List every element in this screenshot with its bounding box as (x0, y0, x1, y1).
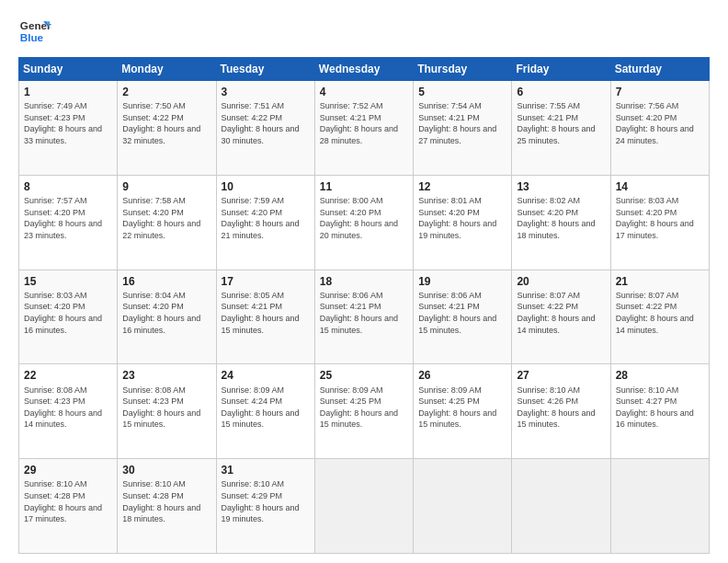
calendar-cell: 1Sunrise: 7:49 AMSunset: 4:23 PMDaylight… (19, 81, 118, 176)
cell-info: Sunrise: 8:07 AMSunset: 4:22 PMDaylight:… (517, 290, 605, 336)
calendar-cell: 21Sunrise: 8:07 AMSunset: 4:22 PMDayligh… (610, 270, 709, 364)
day-number: 13 (517, 179, 605, 194)
day-number: 23 (122, 368, 210, 383)
calendar-cell: 12Sunrise: 8:01 AMSunset: 4:20 PMDayligh… (414, 175, 512, 270)
cell-info: Sunrise: 8:07 AMSunset: 4:22 PMDaylight:… (616, 290, 704, 336)
cell-info: Sunrise: 8:10 AMSunset: 4:28 PMDaylight:… (24, 478, 112, 524)
calendar-cell: 30Sunrise: 8:10 AMSunset: 4:28 PMDayligh… (118, 459, 216, 554)
day-number: 2 (122, 85, 210, 99)
day-of-week-header: Saturday (610, 58, 709, 81)
day-of-week-header: Friday (512, 58, 610, 81)
day-number: 28 (616, 368, 704, 383)
day-number: 10 (222, 179, 310, 194)
calendar-week-row: 15Sunrise: 8:03 AMSunset: 4:20 PMDayligh… (19, 270, 710, 364)
cell-info: Sunrise: 8:08 AMSunset: 4:23 PMDaylight:… (24, 385, 112, 431)
calendar-header-row: SundayMondayTuesdayWednesdayThursdayFrid… (19, 58, 710, 81)
day-number: 9 (122, 179, 210, 194)
day-of-week-header: Thursday (414, 58, 512, 81)
cell-info: Sunrise: 8:06 AMSunset: 4:21 PMDaylight:… (320, 290, 408, 336)
calendar-week-row: 29Sunrise: 8:10 AMSunset: 4:28 PMDayligh… (19, 459, 710, 554)
cell-info: Sunrise: 8:09 AMSunset: 4:24 PMDaylight:… (222, 385, 310, 431)
cell-info: Sunrise: 8:06 AMSunset: 4:21 PMDaylight:… (418, 290, 506, 336)
cell-info: Sunrise: 7:51 AMSunset: 4:22 PMDaylight:… (222, 100, 310, 146)
calendar-cell: 27Sunrise: 8:10 AMSunset: 4:26 PMDayligh… (512, 364, 610, 459)
cell-info: Sunrise: 7:49 AMSunset: 4:23 PMDaylight:… (24, 100, 112, 146)
day-of-week-header: Tuesday (216, 58, 314, 81)
day-number: 20 (517, 274, 605, 289)
calendar-cell: 10Sunrise: 7:59 AMSunset: 4:20 PMDayligh… (216, 175, 314, 270)
logo: General Blue (18, 15, 51, 48)
calendar-cell: 9Sunrise: 7:58 AMSunset: 4:20 PMDaylight… (118, 175, 216, 270)
calendar-cell: 18Sunrise: 8:06 AMSunset: 4:21 PMDayligh… (314, 270, 413, 364)
day-number: 16 (122, 274, 210, 289)
cell-info: Sunrise: 8:01 AMSunset: 4:20 PMDaylight:… (418, 195, 506, 241)
day-number: 26 (418, 368, 506, 383)
cell-info: Sunrise: 8:03 AMSunset: 4:20 PMDaylight:… (24, 290, 112, 336)
calendar-cell: 20Sunrise: 8:07 AMSunset: 4:22 PMDayligh… (512, 270, 610, 364)
day-number: 11 (320, 179, 408, 194)
calendar-cell (414, 459, 512, 554)
cell-info: Sunrise: 7:57 AMSunset: 4:20 PMDaylight:… (24, 195, 112, 241)
cell-info: Sunrise: 8:10 AMSunset: 4:26 PMDaylight:… (517, 385, 605, 431)
calendar-cell: 14Sunrise: 8:03 AMSunset: 4:20 PMDayligh… (610, 175, 709, 270)
calendar-cell: 26Sunrise: 8:09 AMSunset: 4:25 PMDayligh… (414, 364, 512, 459)
cell-info: Sunrise: 8:10 AMSunset: 4:28 PMDaylight:… (122, 478, 210, 524)
calendar-cell: 25Sunrise: 8:09 AMSunset: 4:25 PMDayligh… (314, 364, 413, 459)
cell-info: Sunrise: 7:59 AMSunset: 4:20 PMDaylight:… (222, 195, 310, 241)
svg-text:General: General (20, 19, 51, 31)
day-number: 5 (418, 85, 506, 99)
calendar-cell: 5Sunrise: 7:54 AMSunset: 4:21 PMDaylight… (414, 81, 512, 176)
calendar: SundayMondayTuesdayWednesdayThursdayFrid… (18, 57, 710, 554)
cell-info: Sunrise: 8:03 AMSunset: 4:20 PMDaylight:… (616, 195, 704, 241)
day-number: 7 (616, 85, 704, 99)
day-number: 4 (320, 85, 408, 99)
cell-info: Sunrise: 8:10 AMSunset: 4:27 PMDaylight:… (616, 385, 704, 431)
cell-info: Sunrise: 7:56 AMSunset: 4:20 PMDaylight:… (616, 100, 704, 146)
calendar-cell: 6Sunrise: 7:55 AMSunset: 4:21 PMDaylight… (512, 81, 610, 176)
day-number: 22 (24, 368, 112, 383)
day-number: 6 (517, 85, 605, 99)
calendar-cell: 11Sunrise: 8:00 AMSunset: 4:20 PMDayligh… (314, 175, 413, 270)
svg-text:Blue: Blue (20, 31, 44, 43)
calendar-cell: 2Sunrise: 7:50 AMSunset: 4:22 PMDaylight… (118, 81, 216, 176)
day-number: 15 (24, 274, 112, 289)
calendar-week-row: 8Sunrise: 7:57 AMSunset: 4:20 PMDaylight… (19, 175, 710, 270)
calendar-cell (512, 459, 610, 554)
calendar-cell: 19Sunrise: 8:06 AMSunset: 4:21 PMDayligh… (414, 270, 512, 364)
calendar-cell: 3Sunrise: 7:51 AMSunset: 4:22 PMDaylight… (216, 81, 314, 176)
calendar-cell: 7Sunrise: 7:56 AMSunset: 4:20 PMDaylight… (610, 81, 709, 176)
day-number: 12 (418, 179, 506, 194)
day-number: 18 (320, 274, 408, 289)
calendar-cell: 24Sunrise: 8:09 AMSunset: 4:24 PMDayligh… (216, 364, 314, 459)
cell-info: Sunrise: 7:50 AMSunset: 4:22 PMDaylight:… (122, 100, 210, 146)
cell-info: Sunrise: 7:58 AMSunset: 4:20 PMDaylight:… (122, 195, 210, 241)
cell-info: Sunrise: 8:02 AMSunset: 4:20 PMDaylight:… (517, 195, 605, 241)
day-number: 17 (222, 274, 310, 289)
calendar-cell (610, 459, 709, 554)
day-number: 30 (122, 463, 210, 477)
cell-info: Sunrise: 8:09 AMSunset: 4:25 PMDaylight:… (320, 385, 408, 431)
day-number: 14 (616, 179, 704, 194)
day-of-week-header: Sunday (19, 58, 118, 81)
calendar-cell: 16Sunrise: 8:04 AMSunset: 4:20 PMDayligh… (118, 270, 216, 364)
calendar-week-row: 1Sunrise: 7:49 AMSunset: 4:23 PMDaylight… (19, 81, 710, 176)
day-number: 21 (616, 274, 704, 289)
cell-info: Sunrise: 8:08 AMSunset: 4:23 PMDaylight:… (122, 385, 210, 431)
day-number: 3 (222, 85, 310, 99)
calendar-cell (314, 459, 413, 554)
calendar-table: SundayMondayTuesdayWednesdayThursdayFrid… (18, 57, 710, 554)
calendar-cell: 13Sunrise: 8:02 AMSunset: 4:20 PMDayligh… (512, 175, 610, 270)
calendar-cell: 22Sunrise: 8:08 AMSunset: 4:23 PMDayligh… (19, 364, 118, 459)
day-number: 27 (517, 368, 605, 383)
calendar-cell: 15Sunrise: 8:03 AMSunset: 4:20 PMDayligh… (19, 270, 118, 364)
day-number: 19 (418, 274, 506, 289)
logo-icon: General Blue (18, 15, 51, 48)
day-number: 31 (222, 463, 310, 477)
cell-info: Sunrise: 7:54 AMSunset: 4:21 PMDaylight:… (418, 100, 506, 146)
cell-info: Sunrise: 7:52 AMSunset: 4:21 PMDaylight:… (320, 100, 408, 146)
calendar-cell: 29Sunrise: 8:10 AMSunset: 4:28 PMDayligh… (19, 459, 118, 554)
day-number: 24 (222, 368, 310, 383)
cell-info: Sunrise: 8:04 AMSunset: 4:20 PMDaylight:… (122, 290, 210, 336)
cell-info: Sunrise: 7:55 AMSunset: 4:21 PMDaylight:… (517, 100, 605, 146)
day-of-week-header: Monday (118, 58, 216, 81)
